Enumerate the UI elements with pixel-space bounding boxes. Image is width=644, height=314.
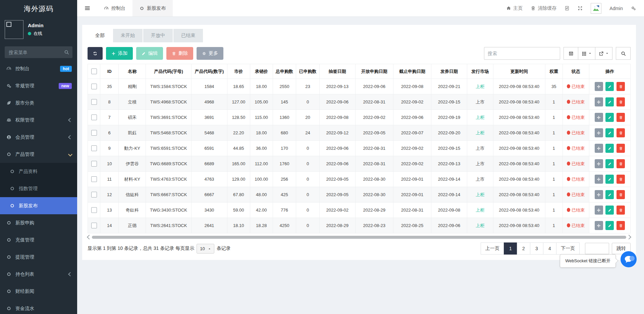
sidebar-item[interactable]: 新股发布	[0, 197, 77, 214]
delete-button[interactable]: 删除	[166, 47, 193, 60]
next-page-button[interactable]: 下一页	[556, 242, 580, 255]
column-header[interactable]: 发券日期	[431, 64, 467, 79]
sidebar-item[interactable]: 常规管理 new	[0, 77, 77, 94]
sidebar-item[interactable]: 资金流水	[0, 300, 77, 314]
column-header[interactable]: 承销价	[250, 64, 273, 79]
delete-row-button[interactable]	[616, 144, 625, 153]
move-row-button[interactable]	[595, 128, 603, 137]
export-button[interactable]	[595, 47, 612, 60]
row-checkbox[interactable]	[91, 207, 97, 213]
sidebar-item[interactable]: 持仓列表	[0, 266, 77, 283]
fullscreen-icon[interactable]	[578, 6, 583, 11]
edit-row-button[interactable]	[605, 113, 614, 122]
edit-row-button[interactable]	[605, 97, 614, 106]
sidebar-item[interactable]: 会员管理	[0, 129, 77, 146]
delete-row-button[interactable]	[616, 206, 625, 215]
edit-row-button[interactable]	[605, 221, 614, 230]
topbar-avatar[interactable]	[591, 3, 601, 14]
hamburger-icon[interactable]	[85, 5, 90, 11]
scrollbar-thumb[interactable]	[92, 236, 626, 239]
column-header[interactable]: 操作	[589, 64, 630, 79]
search-button[interactable]	[616, 47, 631, 60]
row-checkbox[interactable]	[91, 223, 97, 228]
column-header[interactable]: 开放申购日期	[355, 64, 393, 79]
topbar-tab[interactable]: 控制台	[97, 0, 132, 16]
row-checkbox[interactable]	[91, 115, 97, 120]
move-row-button[interactable]	[595, 82, 603, 91]
row-checkbox[interactable]	[91, 192, 97, 197]
page-number-button[interactable]: 1	[504, 242, 517, 255]
sidebar-item[interactable]: 指数管理	[0, 180, 77, 197]
sidebar-item[interactable]: 提现管理	[0, 249, 77, 266]
more-button[interactable]: 更多	[197, 47, 223, 60]
home-link[interactable]: 主页	[506, 5, 523, 11]
edit-row-button[interactable]	[605, 190, 614, 199]
refresh-page-icon[interactable]	[565, 6, 570, 11]
delete-row-button[interactable]	[616, 128, 625, 137]
filter-tab[interactable]: 未开始	[113, 29, 143, 42]
filter-tab[interactable]: 全部	[88, 29, 112, 42]
row-checkbox[interactable]	[91, 99, 97, 105]
sidebar-item[interactable]: 财经新闻	[0, 283, 77, 300]
prev-page-button[interactable]: 上一页	[481, 242, 504, 255]
delete-row-button[interactable]	[616, 190, 625, 199]
row-checkbox[interactable]	[91, 84, 97, 89]
row-checkbox[interactable]	[91, 161, 97, 167]
settings-gears-icon[interactable]	[631, 6, 636, 11]
column-header[interactable]: 产品代码(字母)	[146, 64, 192, 79]
edit-row-button[interactable]	[605, 206, 614, 215]
edit-row-button[interactable]	[605, 82, 614, 91]
delete-row-button[interactable]	[616, 113, 625, 122]
filter-tab[interactable]: 开放中	[143, 29, 173, 42]
delete-row-button[interactable]	[616, 159, 625, 168]
scroll-left-icon[interactable]	[87, 235, 92, 239]
column-header[interactable]: ID	[100, 64, 119, 79]
edit-row-button[interactable]	[605, 128, 614, 137]
filter-tab[interactable]: 已结束	[173, 29, 203, 42]
columns-button[interactable]	[578, 47, 595, 60]
chat-button[interactable]	[621, 251, 637, 267]
column-header[interactable]: 截止申购日期	[393, 64, 431, 79]
delete-row-button[interactable]	[616, 97, 625, 106]
add-button[interactable]: 添加	[106, 47, 133, 60]
refresh-button[interactable]	[88, 47, 103, 60]
edit-button[interactable]: 编辑	[136, 47, 163, 60]
page-number-button[interactable]: 2	[517, 242, 530, 255]
sidebar-item[interactable]: 充值管理	[0, 231, 77, 249]
toggle-view-button[interactable]	[564, 47, 578, 60]
topbar-username[interactable]: Admin	[609, 6, 623, 11]
jump-page-input[interactable]	[585, 243, 609, 254]
column-header[interactable]: 更新时间	[493, 64, 545, 79]
sidebar-item[interactable]: 控制台 hot	[0, 60, 77, 77]
move-row-button[interactable]	[595, 221, 603, 230]
move-row-button[interactable]	[595, 144, 603, 153]
move-row-button[interactable]	[595, 97, 603, 106]
menu-search-input[interactable]	[5, 46, 72, 58]
column-header[interactable]: 产品代码(数字)	[192, 64, 227, 79]
row-checkbox[interactable]	[91, 130, 97, 136]
sidebar-item[interactable]: 新股申购	[0, 214, 77, 231]
row-checkbox[interactable]	[91, 145, 97, 151]
column-header[interactable]: 抽签日期	[319, 64, 355, 79]
scroll-right-icon[interactable]	[627, 235, 631, 239]
column-header[interactable]: 状态	[562, 64, 589, 79]
page-number-button[interactable]: 4	[543, 242, 556, 255]
page-size-select[interactable]: 10	[197, 244, 214, 254]
edit-row-button[interactable]	[605, 159, 614, 168]
column-header[interactable]: 已申购数	[296, 64, 320, 79]
clear-cache-link[interactable]: 清除缓存	[531, 5, 556, 11]
delete-row-button[interactable]	[616, 175, 625, 184]
column-header[interactable]: 权重	[545, 64, 562, 79]
edit-row-button[interactable]	[605, 144, 614, 153]
topbar-tab[interactable]: 新股发布	[132, 0, 173, 16]
move-row-button[interactable]	[595, 206, 603, 215]
sidebar-item[interactable]: 产品管理	[0, 146, 77, 163]
column-header[interactable]: 市价	[227, 64, 250, 79]
delete-row-button[interactable]	[616, 221, 625, 230]
move-row-button[interactable]	[595, 190, 603, 199]
move-row-button[interactable]	[595, 159, 603, 168]
sidebar-item[interactable]: 股市分类	[0, 94, 77, 111]
table-search-input[interactable]	[484, 47, 560, 60]
delete-row-button[interactable]	[616, 82, 625, 91]
column-header[interactable]: 发行市场	[467, 64, 493, 79]
